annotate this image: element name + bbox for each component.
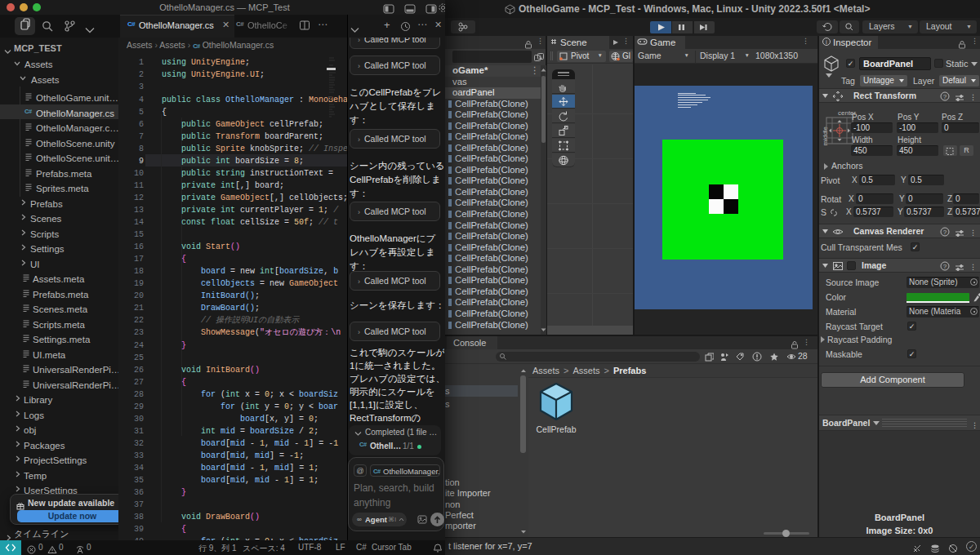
svg-text:?: ? bbox=[943, 263, 947, 270]
svg-text:?: ? bbox=[943, 229, 947, 236]
svg-text:?: ? bbox=[943, 93, 947, 100]
